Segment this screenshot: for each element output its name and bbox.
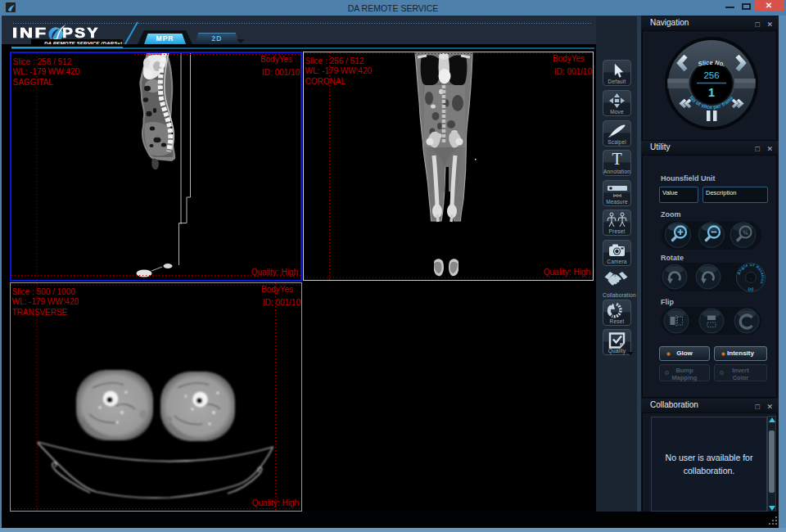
svg-text:l=l=l: l=l=l xyxy=(613,193,622,198)
svg-text:(o): (o) xyxy=(748,286,754,291)
svg-text:1: 1 xyxy=(708,86,715,99)
svg-text:%: % xyxy=(743,229,748,237)
svg-text:256: 256 xyxy=(703,70,719,80)
